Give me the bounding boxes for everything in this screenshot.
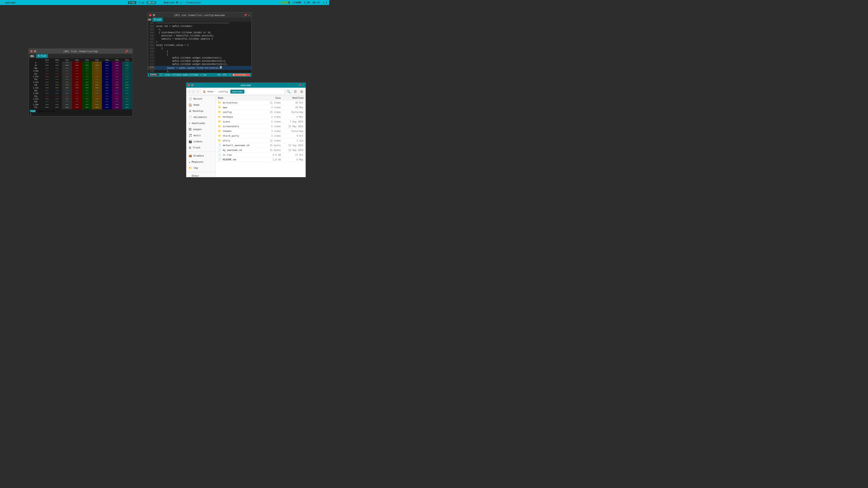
color-cell: ••• bbox=[72, 73, 82, 75]
fm-sidebar-megasync[interactable]: ☁ Megasync bbox=[186, 159, 215, 165]
folder-icon: 📁 bbox=[218, 115, 221, 119]
vim-line: 267) bbox=[148, 41, 251, 44]
fm-list-item[interactable]: 📁actionless11 items18 Oct bbox=[216, 100, 306, 105]
fm-sidebar-tmp[interactable]: 📁 tmp bbox=[186, 165, 215, 171]
fm-item-name-cell: 📄my_awesome.sh bbox=[218, 149, 263, 152]
file-name: screenshots bbox=[223, 125, 239, 128]
color-cell: ••• bbox=[82, 106, 92, 109]
fm-grid-view-btn[interactable]: ⊞ bbox=[299, 89, 304, 94]
fm-sidebar-images-label: images bbox=[193, 128, 202, 131]
fm-list-item[interactable]: 📁hotkeys2 items5 Mar bbox=[216, 115, 306, 119]
color-cell: ••• bbox=[52, 78, 62, 81]
fm-sidebar-home[interactable]: 🏠 Home bbox=[186, 102, 215, 108]
vim-file-info: <lua> titlebar.make_titlebar < lua bbox=[165, 74, 206, 76]
fm-forward-btn[interactable]: › bbox=[192, 89, 195, 94]
fm-sidebar-videos[interactable]: 🎬 videos bbox=[186, 138, 215, 144]
fm-expand-icon[interactable]: ⤢ bbox=[302, 84, 304, 87]
vim-col: 7 bbox=[229, 74, 230, 76]
color-cell: ••• bbox=[62, 90, 72, 92]
col-header-empty bbox=[29, 59, 42, 61]
vim-expand-icon[interactable]: ⤢ bbox=[248, 14, 250, 17]
vim-line-code: awful.titlebar.widget.closebutton(c), bbox=[155, 57, 222, 60]
fm-bc-config[interactable]: .config bbox=[216, 90, 229, 93]
fm-list-item[interactable]: 📁themes3 itemsYesterday bbox=[216, 129, 306, 133]
file-icon: 📄 bbox=[218, 149, 221, 152]
fm-close-btn[interactable] bbox=[188, 84, 190, 86]
vim-line-number: 268 bbox=[148, 44, 155, 47]
color-cell: ••• bbox=[122, 75, 132, 78]
fm-sidebar-desktop[interactable]: 🖥 Desktop bbox=[186, 108, 215, 114]
fm-list-item[interactable]: 📄rc.lua3.5 kB21 Oct bbox=[216, 153, 306, 157]
file-name: icons bbox=[223, 120, 230, 123]
fm-min-btn[interactable] bbox=[191, 84, 193, 86]
color-cell: ••• bbox=[72, 90, 82, 92]
fm-list-view-btn[interactable]: ☰ bbox=[293, 89, 298, 94]
vim-win-icons: 📌 ⤢ bbox=[244, 14, 250, 17]
color-cell: ••• bbox=[62, 67, 72, 70]
fm-sidebar-other-locations[interactable]: + Other Locations bbox=[186, 173, 215, 177]
fm-list-item[interactable]: 📁utils12 items3 Jun bbox=[216, 138, 306, 143]
tag-7sp[interactable]: 7:sp bbox=[138, 1, 145, 4]
vim-line: 262local tbt = awful.titlebar( bbox=[148, 25, 251, 28]
color-cell: ••• bbox=[42, 101, 52, 103]
fm-list-item[interactable]: 📁apw3 items28 May bbox=[216, 105, 306, 110]
tag-1bs[interactable]: 1:bs bbox=[128, 1, 136, 4]
file-name: my_awesome.sh bbox=[223, 149, 242, 152]
fm-bc-home[interactable]: 🏠 Home bbox=[202, 90, 215, 93]
fish-pin-icon[interactable]: 📌 bbox=[125, 50, 128, 53]
tag-10nl[interactable]: 10:nl bbox=[147, 1, 156, 4]
fish-expand-icon[interactable]: ⤢ bbox=[129, 50, 131, 53]
color-cell: ••• bbox=[102, 84, 112, 87]
fish-tab[interactable]: 0:fish bbox=[36, 54, 48, 58]
vim-tab[interactable]: 0:vim bbox=[152, 18, 163, 22]
table-row-label: 34m bbox=[29, 90, 42, 92]
fm-sidebar-images[interactable]: 🖼 images bbox=[186, 126, 215, 132]
color-cell: ••• bbox=[52, 95, 62, 98]
color-cell: ••• bbox=[102, 78, 112, 81]
vim-line: 276 }, bbox=[148, 70, 251, 73]
fm-sidebar-dropbox[interactable]: 📦 Dropbox bbox=[186, 153, 215, 159]
file-name: config bbox=[223, 111, 232, 113]
close-icon[interactable]: ✕ bbox=[2, 1, 3, 4]
color-cell: ••• bbox=[42, 95, 52, 98]
fm-sidebar-downloads[interactable]: ⬇ downloads bbox=[186, 120, 215, 126]
vim-close-btn[interactable] bbox=[149, 14, 151, 16]
fm-up-btn[interactable]: ↑ bbox=[196, 89, 200, 94]
color-cell: ••• bbox=[102, 87, 112, 90]
folder-icon: 📁 bbox=[218, 129, 221, 133]
fish-bottom: lie /home/lie/tmp bbox=[29, 109, 132, 113]
color-cell: ••• bbox=[42, 92, 52, 95]
fm-list-item[interactable]: 📁config15 itemsYesterday bbox=[216, 110, 306, 115]
vim-pin-icon[interactable]: 📌 bbox=[244, 14, 247, 17]
color-cell: ••• bbox=[122, 67, 132, 70]
fm-list-item[interactable]: 📁third_party3 items9 Oct bbox=[216, 133, 306, 138]
fm-pin-icon[interactable]: 📌 bbox=[298, 84, 301, 87]
vim-min-btn[interactable] bbox=[153, 14, 155, 16]
fm-sidebar-music[interactable]: 🎵 music bbox=[186, 132, 215, 138]
fish-close-btn[interactable] bbox=[30, 50, 33, 53]
fm-list-item[interactable]: 📁screenshots5 items15 May 2015 bbox=[216, 124, 306, 129]
fm-bc-awesome[interactable]: awesome bbox=[230, 90, 244, 94]
color-cell: ••• bbox=[112, 92, 122, 95]
fm-list-item[interactable]: 📄my_awesome.sh31 bytes12 Sep 2015 bbox=[216, 148, 306, 153]
fm-back-btn[interactable]: ‹ bbox=[188, 89, 191, 94]
fish-min-btn[interactable] bbox=[34, 50, 36, 53]
color-cell: ••• bbox=[92, 73, 102, 75]
color-cell: ••• bbox=[112, 61, 122, 64]
fm-search-btn[interactable]: 🔍 bbox=[285, 89, 292, 94]
fm-sidebar-recent[interactable]: 🕐 Recent bbox=[186, 96, 215, 102]
vim-warning: ● trailing... bbox=[232, 74, 250, 76]
color-cell: ••• bbox=[92, 67, 102, 70]
color-cell: ••• bbox=[82, 98, 92, 101]
fm-list-item[interactable]: 📄README.md1.8 kB6 May bbox=[216, 157, 306, 162]
color-cell: ••• bbox=[102, 98, 112, 101]
fm-sidebar-trash[interactable]: 🗑 Trash bbox=[186, 144, 215, 151]
fish-tab-bar: 86 0:fish bbox=[29, 54, 132, 58]
vim-line-number: 267 bbox=[148, 41, 155, 44]
fm-list-item[interactable]: 📄default_awesome.sh31 bytes12 Sep 2015 bbox=[216, 143, 306, 148]
color-cell: ••• bbox=[92, 75, 102, 78]
fm-sidebar-documents[interactable]: 📄 documents bbox=[186, 114, 215, 120]
fm-list-item[interactable]: 📁icons3 items7 Aug 2015 bbox=[216, 119, 306, 124]
color-cell: ••• bbox=[102, 101, 112, 103]
file-name: README.md bbox=[223, 158, 236, 161]
